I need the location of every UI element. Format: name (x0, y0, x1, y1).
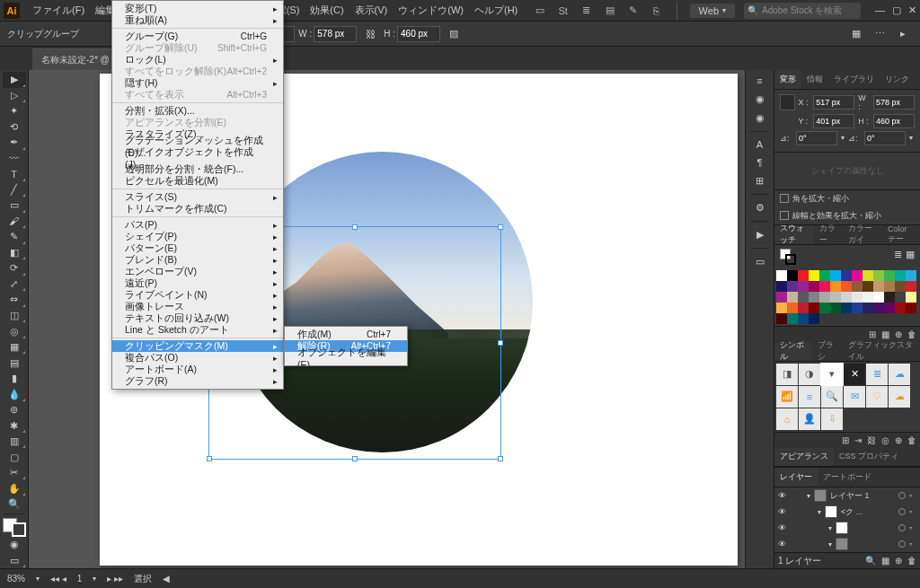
swatch[interactable] (852, 270, 862, 281)
swatch[interactable] (798, 303, 809, 313)
icon[interactable]: ⇥ (854, 435, 862, 445)
menu-ヘルプ[interactable]: ヘルプ(H) (469, 0, 523, 22)
swatch[interactable] (809, 313, 819, 324)
swatch[interactable] (809, 281, 819, 292)
type-tool[interactable]: T (3, 166, 26, 182)
symbol[interactable]: ⌂ (776, 408, 798, 430)
swatch[interactable] (852, 281, 862, 292)
dock-icon[interactable]: ▶ (756, 229, 764, 241)
panel-tab-colorguide[interactable]: カラーガイ (843, 225, 882, 244)
swatch[interactable] (776, 270, 787, 281)
menubar-icon[interactable]: ≣ (579, 4, 594, 18)
menu-item[interactable]: 複合パス(O)▸ (112, 352, 283, 364)
menubar-icon[interactable]: ⎘ (650, 4, 664, 18)
swatch[interactable] (787, 270, 798, 281)
panel-tab-brushes[interactable]: ブラシ (812, 342, 843, 361)
rotate-tool[interactable]: ⟳ (3, 260, 26, 276)
menu-item[interactable]: 透明部分を分割・統合(F)... (112, 163, 283, 175)
menu-item[interactable]: ライブペイント(N)▸ (112, 289, 283, 301)
w-input[interactable] (314, 26, 357, 42)
symbol[interactable]: ☁ (889, 386, 910, 408)
tf-angle[interactable] (796, 131, 837, 145)
icon[interactable]: ⊕ (895, 329, 902, 339)
tf-x[interactable] (813, 95, 854, 110)
artboard-tool[interactable]: ▢ (3, 449, 26, 465)
brush-tool[interactable]: 🖌 (3, 214, 26, 230)
swatch[interactable] (787, 303, 798, 313)
icon[interactable]: 🗑 (907, 329, 916, 339)
h-input[interactable] (397, 26, 440, 42)
swatch[interactable] (841, 303, 852, 313)
panel-tab-colortheme[interactable]: Color テー (882, 225, 920, 244)
panel-tab-swatches[interactable]: スウォッチ (774, 225, 814, 244)
slice-tool[interactable]: ✂ (3, 465, 26, 481)
panel-tab-color[interactable]: カラー (814, 225, 842, 244)
dock-icon[interactable]: ◉ (756, 112, 765, 124)
stock-search[interactable]: 🔍Adobe Stock を検索 (744, 3, 861, 19)
menu-item[interactable]: クリッピングマスク(M)▸ (112, 340, 283, 352)
menu-item[interactable]: 遠近(P)▸ (112, 277, 283, 289)
menu-item[interactable]: Line と Sketch のアート▸ (112, 324, 283, 336)
visibility-icon[interactable]: 👁 (778, 523, 789, 532)
dock-icon[interactable]: A (756, 139, 763, 150)
lasso-tool[interactable]: ⟲ (3, 119, 26, 136)
icon[interactable]: 🗑 (907, 435, 916, 445)
swatch[interactable] (841, 270, 852, 281)
menu-item[interactable]: 画像トレース▸ (112, 301, 283, 312)
tf-h[interactable] (873, 114, 915, 128)
swatch[interactable] (787, 313, 798, 324)
symbol[interactable]: ☁ (889, 364, 910, 385)
swatch[interactable] (798, 281, 809, 292)
swatch[interactable] (862, 303, 873, 313)
swatch[interactable] (830, 281, 841, 292)
symbol[interactable]: ✉ (844, 386, 865, 408)
magic-wand-tool[interactable]: ✦ (3, 103, 26, 119)
icon[interactable]: ▦ (881, 329, 889, 339)
menu-item[interactable]: 隠す(H)▸ (112, 77, 283, 89)
panel-tab-info[interactable]: 情報 (801, 70, 828, 89)
icon[interactable]: ⊕ (895, 556, 902, 566)
icon[interactable]: ◎ (881, 435, 889, 445)
visibility-icon[interactable]: 👁 (778, 507, 789, 516)
eraser-tool[interactable]: ◧ (3, 245, 26, 261)
swatch[interactable] (798, 313, 809, 324)
graph-tool[interactable]: ▥ (3, 434, 26, 450)
menu-item[interactable]: スライス(S)▸ (112, 191, 283, 203)
panel-tab-graphicstyles[interactable]: グラフィックスタイル (843, 342, 920, 361)
menu-item[interactable]: エンベロープ(V)▸ (112, 266, 283, 277)
swatch[interactable] (852, 303, 862, 313)
submenu-item[interactable]: 作成(M)Ctrl+7 (285, 329, 407, 340)
swatch[interactable] (776, 292, 787, 303)
menu-item[interactable]: テキストの回り込み(W)▸ (112, 312, 283, 324)
symbol[interactable]: 📶 (776, 386, 798, 408)
swatch[interactable] (906, 292, 916, 303)
symbol-tool[interactable]: ✱ (3, 417, 26, 434)
symbol[interactable]: ◑ (799, 364, 820, 385)
menu-item[interactable]: ロック(L)▸ (112, 54, 283, 66)
symbol[interactable]: ⇩ (821, 408, 843, 430)
menu-item[interactable]: トリムマークを作成(C) (112, 203, 283, 215)
panel-tab-link[interactable]: リンク (880, 70, 915, 89)
symbol[interactable]: ≡ (799, 386, 820, 408)
menu-ウィンドウ[interactable]: ウィンドウ(W) (393, 0, 469, 22)
swatch[interactable] (884, 303, 895, 313)
workspace-switcher[interactable]: Web ▾ (690, 4, 735, 18)
shapebuilder-tool[interactable]: ◎ (3, 323, 26, 339)
swatch[interactable] (862, 292, 873, 303)
swatch[interactable] (841, 281, 852, 292)
icon[interactable]: 🔍 (865, 556, 876, 566)
swatch[interactable] (906, 270, 916, 281)
menu-効果[interactable]: 効果(C) (305, 0, 349, 22)
link-icon[interactable]: ⛓ (360, 24, 380, 44)
symbol[interactable]: ♡ (866, 386, 888, 408)
minimize-icon[interactable]: — (875, 4, 885, 16)
swatch[interactable] (873, 303, 884, 313)
line-tool[interactable]: ╱ (3, 182, 26, 198)
swatch[interactable] (798, 270, 809, 281)
icon[interactable]: ⊞ (842, 435, 849, 445)
tf-shear[interactable] (864, 131, 906, 145)
swatch[interactable] (819, 292, 830, 303)
menu-item[interactable]: アートボード(A)▸ (112, 364, 283, 375)
menu-ファイル[interactable]: ファイル(F) (27, 0, 90, 22)
panel-tab-library[interactable]: ライブラリ (828, 70, 880, 89)
